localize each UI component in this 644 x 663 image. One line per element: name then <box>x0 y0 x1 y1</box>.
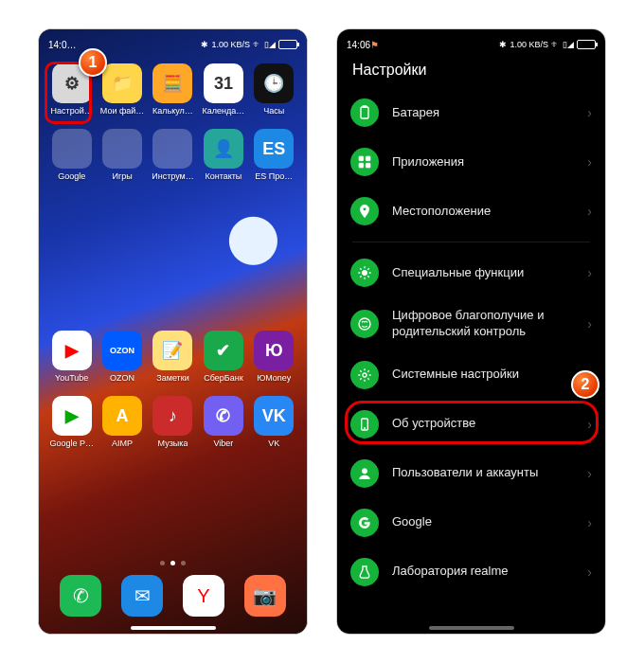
app-Музыка[interactable]: ♪Музыка <box>150 396 196 448</box>
app-label: ЮMoney <box>257 373 291 383</box>
app-icon: 👤 <box>204 129 243 169</box>
settings-item-apps[interactable]: Приложения› <box>337 137 605 187</box>
phone-home: 14:0… ✱1.00 KB/Sᯤ▯◢ 1 ⚙Настрой…📁Мои фай…… <box>38 28 308 635</box>
app-label: OZON <box>110 373 134 383</box>
dock-phone[interactable]: ✆ <box>60 575 101 617</box>
chevron-right-icon: › <box>587 154 592 170</box>
settings-item-label: Google <box>392 514 587 530</box>
app-Календа…[interactable]: 31Календа… <box>200 63 246 116</box>
app-label: Мои фай… <box>100 106 145 116</box>
settings-item-label: Батарея <box>392 105 587 121</box>
app-Google P…[interactable]: ▶Google P… <box>48 396 95 448</box>
app-label: Игры <box>112 171 132 181</box>
chevron-right-icon: › <box>587 515 592 530</box>
svg-point-7 <box>359 318 370 330</box>
page-title: Настройки <box>337 56 605 88</box>
app-Часы[interactable]: 🕒Часы <box>251 63 297 116</box>
nav-handle[interactable] <box>131 626 216 630</box>
dock-camera[interactable]: 📷 <box>244 575 286 617</box>
app-icon <box>152 129 192 169</box>
app-icon: ✔ <box>204 331 243 370</box>
system-icon <box>350 361 379 389</box>
app-AIMP[interactable]: AAIMP <box>98 396 145 448</box>
settings-item-location[interactable]: Местоположение› <box>337 187 605 236</box>
svg-point-6 <box>362 270 367 275</box>
dock-messages[interactable]: ✉ <box>121 575 163 617</box>
app-icon: ▶ <box>52 331 92 370</box>
lab-icon <box>350 558 379 586</box>
svg-rect-1 <box>363 106 367 108</box>
app-label: СберБанк <box>204 373 242 383</box>
chevron-right-icon: › <box>587 204 592 219</box>
app-Мои фай…[interactable]: 📁Мои фай… <box>98 63 145 116</box>
app-icon: ▶ <box>52 396 92 436</box>
users-icon <box>350 459 379 488</box>
battery-icon <box>577 40 596 49</box>
app-label: YouTube <box>55 373 88 383</box>
location-icon <box>350 197 379 225</box>
app-Игры[interactable]: Игры <box>98 129 145 181</box>
app-label: VK <box>268 439 279 448</box>
app-icon: OZON <box>102 331 142 370</box>
special-icon <box>350 259 379 287</box>
settings-item-special[interactable]: Специальные функции› <box>337 248 605 297</box>
status-time: 14:0… <box>48 40 76 50</box>
app-icon: 🧮 <box>152 63 192 103</box>
app-ES Про…[interactable]: ESES Про… <box>251 129 297 181</box>
app-Заметки[interactable]: 📝Заметки <box>150 331 196 383</box>
app-icon <box>52 129 92 169</box>
chevron-right-icon: › <box>587 265 592 280</box>
app-СберБанк[interactable]: ✔СберБанк <box>200 331 246 383</box>
chevron-right-icon: › <box>587 564 592 580</box>
settings-group-a: Батарея›Приложения›Местоположение› <box>337 88 605 236</box>
app-Контакты[interactable]: 👤Контакты <box>200 129 246 181</box>
nav-handle[interactable] <box>429 626 514 630</box>
app-icon: 📝 <box>152 331 192 370</box>
highlight-system-settings <box>345 401 599 444</box>
settings-item-label: Системные настройки <box>392 367 587 383</box>
callout-2: 2 <box>571 370 599 399</box>
app-label: Инструм… <box>152 171 194 181</box>
app-icon <box>102 129 142 169</box>
app-icon: ES <box>254 129 294 169</box>
chevron-right-icon: › <box>587 466 592 481</box>
battery-icon <box>278 40 297 49</box>
app-icon: ✆ <box>204 396 243 436</box>
app-icon: VK <box>254 396 294 436</box>
app-icon: Ю <box>254 331 294 370</box>
google-icon <box>350 509 379 537</box>
app-icon: 31 <box>204 63 243 103</box>
app-Google[interactable]: Google <box>48 129 95 181</box>
app-Инструм…[interactable]: Инструм… <box>150 129 196 181</box>
app-icon: 📁 <box>102 63 142 103</box>
chevron-right-icon: › <box>587 316 592 332</box>
settings-item-google[interactable]: Google› <box>337 498 605 547</box>
settings-item-wellbeing[interactable]: Цифровое благополучие и родительский кон… <box>337 297 605 350</box>
settings-item-battery[interactable]: Батарея› <box>337 88 605 137</box>
status-right: ✱1.00 KB/Sᯤ▯◢ <box>201 40 297 49</box>
dock-browser[interactable]: Y <box>183 575 224 617</box>
settings-item-users[interactable]: Пользователи и аккаунты› <box>337 449 605 498</box>
app-Калькул…[interactable]: 🧮Калькул… <box>150 63 196 116</box>
status-bar: 14:0… ✱1.00 KB/Sᯤ▯◢ <box>39 29 307 56</box>
settings-item-system[interactable]: Системные настройки› <box>337 350 605 400</box>
app-Viber[interactable]: ✆Viber <box>200 396 246 448</box>
app-VK[interactable]: VKVK <box>251 396 297 448</box>
wellbeing-icon <box>350 310 379 338</box>
divider <box>352 242 590 242</box>
app-icon: A <box>102 396 142 436</box>
status-bar: 14:06 ⚑ ✱1.00 KB/Sᯤ▯◢ <box>337 29 605 56</box>
app-label: Музыка <box>158 439 188 448</box>
settings-item-label: Специальные функции <box>392 265 587 281</box>
app-ЮMoney[interactable]: ЮЮMoney <box>251 331 297 383</box>
settings-item-lab[interactable]: Лаборатория realme› <box>337 547 605 597</box>
app-label: ES Про… <box>255 171 293 181</box>
svg-point-11 <box>362 468 367 473</box>
chevron-right-icon: › <box>587 105 592 120</box>
app-YouTube[interactable]: ▶YouTube <box>48 331 95 383</box>
app-OZON[interactable]: OZONOZON <box>98 331 145 383</box>
app-icon: 🕒 <box>254 63 294 103</box>
settings-item-label: Пользователи и аккаунты <box>392 465 587 481</box>
app-label: Google P… <box>49 439 94 448</box>
app-label: Контакты <box>205 171 242 181</box>
